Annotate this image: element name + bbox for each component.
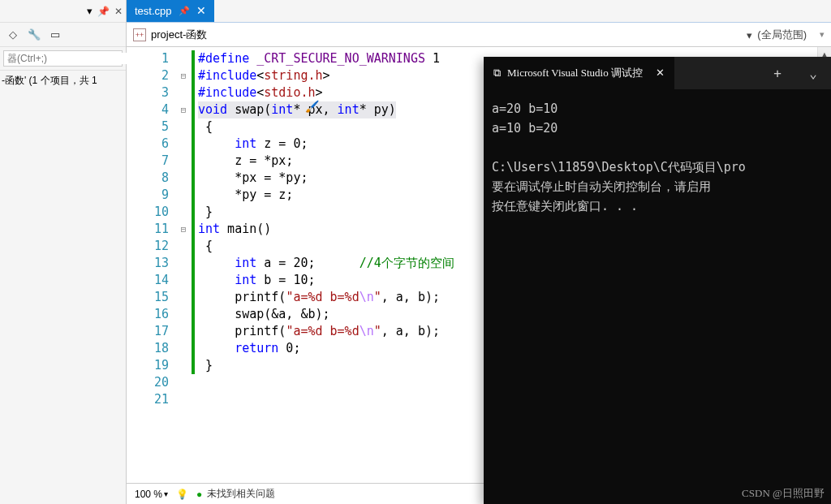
watermark: CSDN @日照田野 [742,486,825,501]
scope-dropdown[interactable]: ▾ (全局范围) [747,23,831,47]
layout-icon[interactable]: ▭ [47,27,63,43]
breadcrumb-text[interactable]: project-函数 [151,28,815,42]
tab-test-cpp[interactable]: test.cpp 📌 ✕ [127,0,214,22]
fold-column[interactable]: ⊟ ⊟ ⊟ [175,47,192,483]
issues-text: 未找到相关问题 [207,487,275,501]
breadcrumb-bar: ++ project-函数 ▾ [127,23,831,47]
lightbulb-icon[interactable]: 💡 [176,489,188,500]
search-input[interactable]: 🔍 ▾ [3,50,123,67]
search-container: 🔍 ▾ [0,47,126,71]
terminal-titlebar[interactable]: ⧉ Microsoft Visual Studio 调试控 ✕ + ⌄ [484,57,831,89]
tab-label: test.cpp [135,5,172,17]
pin-icon[interactable]: 📌 [97,6,110,17]
dropdown-arrow-icon[interactable]: ▾ [87,5,93,17]
close-tab-icon[interactable]: ✕ [196,4,206,17]
issues-status[interactable]: ● 未找到相关问题 [196,487,275,501]
new-tab-button[interactable]: + [760,57,795,89]
solution-tree[interactable]: -函数' (1 个项目，共 1 [0,71,126,91]
search-field[interactable] [7,53,129,64]
terminal-icon: ⧉ [493,67,501,80]
debug-console-window: ⧉ Microsoft Visual Studio 调试控 ✕ + ⌄ a=20… [484,57,831,504]
panel-icon-row: ◇ 🔧 ▭ [0,23,126,47]
terminal-tab-close-icon[interactable]: ✕ [656,67,665,80]
solution-explorer-panel: ▾ 📌 ✕ ◇ 🔧 ▭ 🔍 ▾ -函数' (1 个项目，共 1 [0,0,127,504]
terminal-menu-icon[interactable]: ⌄ [795,57,831,89]
pin-tab-icon[interactable]: 📌 [179,6,190,16]
line-number-gutter: 123456789101112131415161718192021 [127,47,175,483]
panel-toolbar: ▾ 📌 ✕ [0,0,126,23]
zoom-dropdown-icon[interactable]: ▾ [164,489,168,498]
nav-arrows-icon[interactable]: ◇ [5,27,21,43]
cpp-project-icon: ++ [133,28,146,41]
terminal-title: Microsoft Visual Studio 调试控 [507,66,643,80]
terminal-output[interactable]: a=20 b=10 a=10 b=20 C:\Users\11859\Deskt… [484,89,831,226]
terminal-tab[interactable]: ⧉ Microsoft Visual Studio 调试控 ✕ [484,57,674,89]
zoom-value: 100 % [135,489,162,500]
brush-icon: 🖌️ [305,100,319,113]
terminal-controls: + ⌄ [760,57,831,89]
wrench-icon[interactable]: 🔧 [26,27,42,43]
zoom-control[interactable]: 100 % ▾ [135,489,168,500]
tab-bar: test.cpp 📌 ✕ [127,0,831,23]
scope-label: (全局范围) [757,28,807,42]
tree-item-label[interactable]: -函数' (1 个项目，共 1 [2,75,97,86]
check-icon: ● [196,489,202,500]
close-icon[interactable]: ✕ [114,6,123,17]
